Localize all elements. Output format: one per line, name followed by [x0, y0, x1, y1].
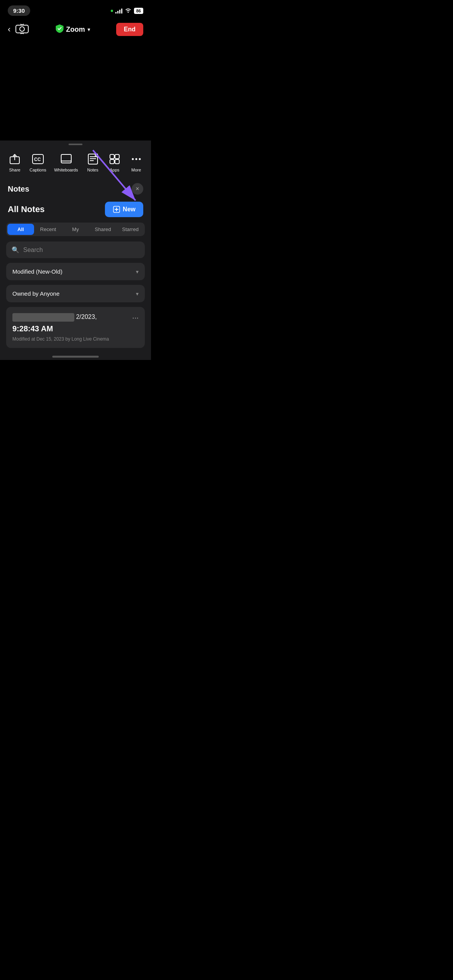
pull-bar	[69, 144, 82, 145]
toolbar-share[interactable]: Share	[8, 153, 22, 172]
new-note-icon	[113, 206, 120, 213]
captions-label: Captions	[29, 168, 46, 172]
toolbar-more[interactable]: More	[129, 153, 143, 172]
zoom-chevron-icon: ▾	[88, 26, 90, 33]
owner-dropdown-label: Owned by Anyone	[12, 290, 60, 297]
top-nav-bar: ‹ Zoom ▾ End	[0, 19, 151, 40]
note-date-blurred	[12, 313, 74, 322]
svg-point-1	[20, 27, 24, 31]
signal-bar-4	[121, 9, 122, 14]
more-icon	[129, 153, 143, 165]
signal-bar-3	[119, 10, 120, 14]
green-dot-indicator	[111, 10, 113, 12]
apps-label: Apps	[110, 168, 119, 172]
new-note-label: New	[123, 206, 136, 213]
note-date-area: 2/2023,	[12, 313, 97, 322]
toolbar-captions[interactable]: CC Captions	[29, 153, 46, 172]
video-area	[0, 40, 151, 140]
search-placeholder: Search	[23, 247, 43, 254]
signal-bars	[115, 8, 122, 14]
svg-rect-14	[115, 154, 119, 159]
tab-my[interactable]: My	[62, 224, 89, 235]
note-card[interactable]: 2/2023, ··· 9:28:43 AM Modified at Dec 1…	[6, 307, 145, 348]
close-button[interactable]: ×	[132, 183, 143, 195]
status-right: 86	[111, 7, 143, 14]
home-bar	[52, 356, 99, 358]
owner-dropdown[interactable]: Owned by Anyone ▾	[6, 285, 145, 302]
status-time: 9:30	[8, 5, 30, 16]
svg-rect-15	[110, 159, 114, 164]
apps-icon	[108, 153, 122, 165]
toolbar-whiteboards[interactable]: Whiteboards	[54, 153, 78, 172]
nav-center: Zoom ▾	[55, 24, 90, 35]
all-notes-label: All Notes	[8, 204, 45, 214]
search-icon: 🔍	[12, 246, 19, 254]
note-modified-text: Modified at Dec 15, 2023 by Long Live Ci…	[12, 336, 139, 342]
status-bar: 9:30 86	[0, 0, 151, 19]
search-bar[interactable]: 🔍 Search	[6, 242, 145, 258]
zoom-label: Zoom	[66, 26, 85, 34]
bottom-toolbar: Share CC Captions Whiteboards	[0, 147, 151, 177]
svg-rect-13	[110, 154, 114, 159]
share-label: Share	[9, 168, 20, 172]
tab-recent[interactable]: Recent	[35, 224, 62, 235]
more-label: More	[131, 168, 141, 172]
svg-text:≡: ≡	[95, 154, 97, 158]
tab-shared[interactable]: Shared	[89, 224, 116, 235]
note-date-partial: 2/2023,	[76, 314, 96, 320]
signal-bar-2	[117, 11, 118, 14]
note-card-header: 2/2023, ···	[12, 313, 139, 322]
svg-rect-16	[115, 159, 119, 164]
share-icon	[8, 153, 22, 165]
battery-indicator: 86	[134, 8, 143, 14]
svg-rect-5	[61, 154, 71, 163]
notes-header: Notes ×	[0, 177, 151, 200]
sort-dropdown-label: Modified (New-Old)	[12, 268, 62, 275]
signal-bar-1	[115, 12, 117, 14]
sort-chevron-icon: ▾	[136, 269, 139, 275]
end-button[interactable]: End	[116, 23, 143, 36]
notes-icon: ≡	[86, 153, 100, 165]
svg-point-17	[132, 158, 134, 160]
all-notes-row: All Notes New	[0, 200, 151, 223]
back-button[interactable]: ‹	[8, 24, 10, 34]
owner-chevron-icon: ▾	[136, 291, 139, 297]
notes-panel-title: Notes	[8, 185, 29, 194]
pull-indicator	[0, 140, 151, 147]
tab-starred[interactable]: Starred	[117, 224, 144, 235]
zoom-shield-icon	[55, 24, 64, 35]
home-indicator	[0, 353, 151, 360]
note-more-button[interactable]: ···	[132, 313, 139, 322]
svg-text:CC: CC	[34, 157, 41, 162]
captions-icon: CC	[31, 153, 45, 165]
new-note-button[interactable]: New	[105, 202, 143, 217]
tab-all[interactable]: All	[7, 224, 34, 235]
toolbar-notes[interactable]: ≡ Notes	[86, 153, 100, 172]
note-time: 9:28:43 AM	[12, 324, 139, 333]
wifi-icon	[125, 7, 132, 14]
notes-panel: Notes × All Notes New All Recent My Shar…	[0, 177, 151, 360]
svg-point-19	[139, 158, 141, 160]
whiteboards-label: Whiteboards	[54, 168, 78, 172]
filter-tabs: All Recent My Shared Starred	[6, 223, 145, 236]
whiteboards-icon	[59, 153, 73, 165]
toolbar-apps[interactable]: Apps	[108, 153, 122, 172]
camera-flip-icon[interactable]	[15, 23, 29, 36]
notes-label: Notes	[87, 168, 98, 172]
svg-point-18	[135, 158, 137, 160]
nav-left: ‹	[8, 23, 29, 36]
sort-dropdown[interactable]: Modified (New-Old) ▾	[6, 263, 145, 280]
